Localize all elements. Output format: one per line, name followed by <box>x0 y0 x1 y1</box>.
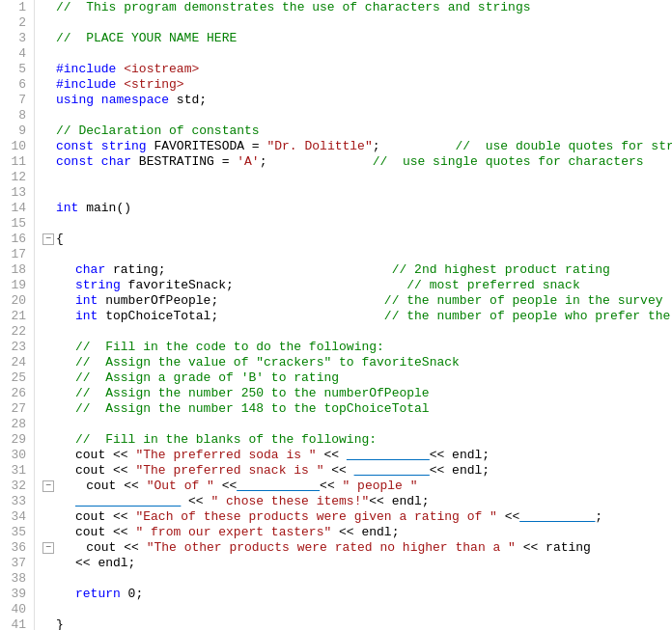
code-line: const char BESTRATING = 'A'; // use sing… <box>42 154 672 170</box>
code-token-comment: // the number of people in the survey <box>384 293 663 309</box>
code-token-normal: 0; <box>121 587 143 602</box>
code-token-kw: int <box>75 309 98 324</box>
code-token-string: 'A' <box>237 154 259 170</box>
line-number: 27 <box>8 401 26 417</box>
line-number: 23 <box>8 340 26 355</box>
line-number: 13 <box>8 185 26 201</box>
code-line: // PLACE YOUR NAME HERE <box>42 31 672 46</box>
code-token-normal: numberOfPeople; <box>98 293 383 309</box>
code-token-comment: // This program demonstrates the use of … <box>56 0 530 15</box>
code-line <box>42 602 672 617</box>
code-token-normal: ; <box>373 139 456 154</box>
code-line: cout << "Each of these products were giv… <box>42 509 672 525</box>
code-token-normal <box>116 62 124 77</box>
code-line: int topChoiceTotal; // the number of peo… <box>42 309 672 324</box>
code-line: cout << " from our expert tasters" << en… <box>42 525 672 540</box>
code-token-normal: FAVORITESODA = <box>147 139 267 154</box>
code-token-string: <iostream> <box>124 62 199 77</box>
line-number: 10 <box>8 139 26 154</box>
line-number: 4 <box>8 46 26 62</box>
code-token-kw: using <box>56 93 94 108</box>
code-token-comment: // Fill in the code to do the following: <box>75 340 384 355</box>
code-token-normal: } <box>56 617 64 630</box>
code-token-comment: // PLACE YOUR NAME HERE <box>56 31 237 46</box>
code-token-normal: cout << <box>75 525 135 540</box>
code-line: int numberOfPeople; // the number of peo… <box>42 293 672 309</box>
code-token-normal: << <box>214 479 237 494</box>
code-token-normal: ; <box>260 154 373 170</box>
code-line: − cout << "Out of " <<___________<< " pe… <box>42 479 672 494</box>
code-line <box>42 15 672 31</box>
code-token-kw: string <box>101 139 147 154</box>
code-line: // This program demonstrates the use of … <box>42 0 672 15</box>
code-token-blank: __________ <box>354 463 430 479</box>
collapse-icon[interactable]: − <box>42 480 54 492</box>
code-token-string: "Each of these products were given a rat… <box>135 509 496 525</box>
line-number: 29 <box>8 432 26 448</box>
code-token-normal: << <box>181 494 210 509</box>
line-number: 28 <box>8 417 26 432</box>
code-token-kw: const <box>56 139 94 154</box>
code-token-normal: main() <box>78 201 131 216</box>
code-token-normal: << <box>323 463 353 479</box>
code-token-normal: rating; <box>105 262 391 278</box>
code-token-normal: << endl; <box>331 525 399 540</box>
code-line: return 0; <box>42 587 672 602</box>
line-number: 36 <box>8 540 26 556</box>
code-line: cout << "The preferred snack is " << ___… <box>42 463 672 479</box>
code-token-normal: << rating <box>516 540 591 556</box>
line-number: 7 <box>8 93 26 108</box>
code-line: // Assign the number 148 to the topChoic… <box>42 401 672 417</box>
collapse-icon[interactable]: − <box>42 542 54 554</box>
code-token-normal <box>116 77 124 93</box>
code-token-normal: { <box>56 232 64 247</box>
line-number: 18 <box>8 262 26 278</box>
code-line: // Declaration of constants <box>42 123 672 139</box>
code-token-string: "The other products were rated no higher… <box>147 540 516 556</box>
code-line: #include <string> <box>42 77 672 93</box>
code-token-comment: // most preferred snack <box>406 278 579 293</box>
code-token-blank: ___________ <box>237 479 320 494</box>
code-token-normal: << <box>497 509 519 525</box>
code-line <box>42 170 672 185</box>
code-line: ______________ << " chose these items!"<… <box>42 494 672 509</box>
line-number: 32 <box>8 479 26 494</box>
code-token-normal: << endl; <box>75 556 135 571</box>
code-token-comment: // Assign the value of "crackers" to fav… <box>75 355 460 370</box>
code-line <box>42 417 672 432</box>
code-token-normal: cout << <box>75 463 135 479</box>
code-token-blank: ___________ <box>347 448 430 463</box>
code-line: string favoriteSnack; // most preferred … <box>42 278 672 293</box>
code-token-kw: int <box>75 293 98 309</box>
code-token-normal: favoriteSnack; <box>121 278 406 293</box>
code-token-kw: return <box>75 587 121 602</box>
code-token-pp: #include <box>56 62 116 77</box>
line-number: 22 <box>8 324 26 340</box>
code-line <box>42 324 672 340</box>
line-number: 33 <box>8 494 26 509</box>
code-line: −{ <box>42 232 672 247</box>
code-token-string: "The preferred soda is " <box>135 448 316 463</box>
code-token-normal <box>94 154 101 170</box>
code-line: // Assign the number 250 to the numberOf… <box>42 386 672 401</box>
code-token-normal: BESTRATING = <box>131 154 237 170</box>
code-token-normal: << endl; <box>369 494 429 509</box>
line-number: 35 <box>8 525 26 540</box>
code-token-comment: // Assign the number 148 to the topChoic… <box>75 401 430 417</box>
code-line: // Fill in the code to do the following: <box>42 340 672 355</box>
line-number: 1 <box>8 0 26 15</box>
code-token-comment: // use double quotes for strings <box>456 139 672 154</box>
code-token-string: "The preferred snack is " <box>135 463 323 479</box>
code-token-string: " chose these items!" <box>210 494 369 509</box>
code-line: } <box>42 617 672 630</box>
line-number: 41 <box>8 617 26 630</box>
code-token-normal: << <box>320 479 342 494</box>
code-line: cout << "The preferred soda is " << ____… <box>42 448 672 463</box>
code-line <box>42 46 672 62</box>
code-line <box>42 185 672 201</box>
line-number: 15 <box>8 216 26 232</box>
collapse-icon[interactable]: − <box>42 233 54 245</box>
code-token-comment: // Assign a grade of 'B' to rating <box>75 370 339 386</box>
code-line <box>42 108 672 123</box>
code-line: int main() <box>42 201 672 216</box>
